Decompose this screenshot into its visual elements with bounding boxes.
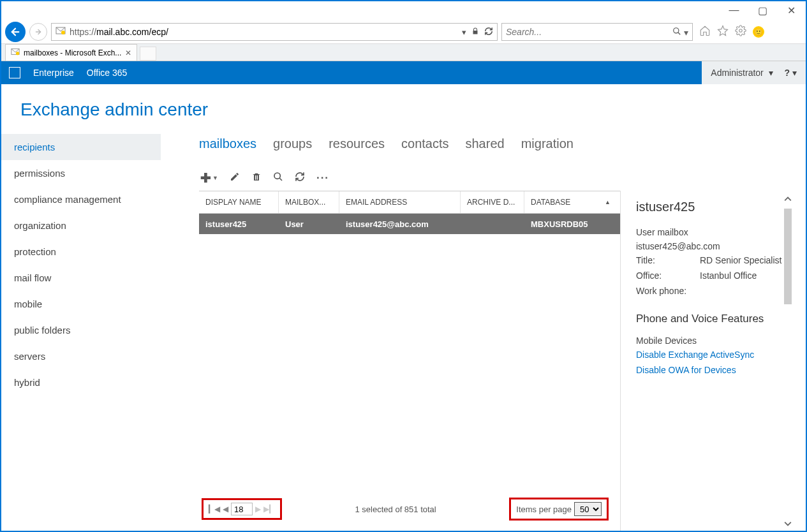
col-database[interactable]: DATABASE▲ xyxy=(524,191,617,213)
scroll-up-icon[interactable] xyxy=(784,195,792,205)
office-app-icon[interactable] xyxy=(9,67,20,78)
url-text: https://mail.abc.com/ecp/ xyxy=(70,27,458,37)
feedback-smile-icon[interactable]: 🙂 xyxy=(753,26,764,38)
help-menu[interactable]: ? ▾ xyxy=(785,68,797,78)
tab-title: mailboxes - Microsoft Exch... xyxy=(24,48,121,57)
search-icon[interactable]: ▾ xyxy=(672,27,688,38)
col-email[interactable]: EMAIL ADDRESS xyxy=(339,191,461,213)
table-header: DISPLAY NAME MAILBOX... EMAIL ADDRESS AR… xyxy=(199,191,620,214)
details-title-label: Title: xyxy=(636,255,700,265)
sidebar-item-public-folders[interactable]: public folders xyxy=(1,317,161,343)
sidebar-item-protection[interactable]: protection xyxy=(1,239,161,265)
col-display-name[interactable]: DISPLAY NAME xyxy=(199,191,279,213)
pager-first-icon[interactable]: ▎◀ xyxy=(209,505,220,514)
table-footer: ▎◀ ◀ ▶ ▶▎ 1 selected of 851 total Items … xyxy=(198,491,619,527)
browser-tab[interactable]: mailboxes - Microsoft Exch... ✕ xyxy=(5,44,137,61)
tab-shared[interactable]: shared xyxy=(466,137,505,151)
tab-migration[interactable]: migration xyxy=(521,137,574,151)
search-bar[interactable]: ▾ xyxy=(501,23,693,41)
sidebar-item-recipients[interactable]: recipients xyxy=(1,134,161,160)
sidebar-item-hybrid[interactable]: hybrid xyxy=(1,369,161,395)
details-section-phone: Phone and Voice Features xyxy=(636,313,784,325)
tab-close-icon[interactable]: ✕ xyxy=(125,48,131,57)
link-disable-owa-devices[interactable]: Disable OWA for Devices xyxy=(636,365,784,375)
cell-database: MBXUSRDB05 xyxy=(524,214,617,234)
address-bar[interactable]: https://mail.abc.com/ecp/ ▾ xyxy=(51,23,498,41)
browser-tabbar: mailboxes - Microsoft Exch... ✕ xyxy=(1,43,806,61)
scroll-down-icon[interactable] xyxy=(784,519,792,529)
svg-point-2 xyxy=(674,27,679,33)
delete-button[interactable] xyxy=(251,172,262,185)
window-titlebar: — ▢ ✕ xyxy=(1,1,806,20)
sidebar-item-servers[interactable]: servers xyxy=(1,343,161,369)
refresh-button[interactable] xyxy=(295,172,305,185)
sub-tab-bar: mailboxes groups resources contacts shar… xyxy=(199,134,793,164)
table-row[interactable]: istuser425 User istuser425@abc.com MBXUS… xyxy=(199,214,620,234)
cell-archive xyxy=(461,214,524,234)
url-dropdown-icon[interactable]: ▾ xyxy=(462,27,466,37)
svg-point-3 xyxy=(739,29,743,32)
sidebar-item-compliance[interactable]: compliance management xyxy=(1,186,161,212)
page-title: Exchange admin center xyxy=(1,84,806,134)
details-office-label: Office: xyxy=(636,270,700,281)
col-archive[interactable]: ARCHIVE D... xyxy=(461,191,524,213)
admin-user-menu[interactable]: Administrator ▾ xyxy=(711,68,773,78)
new-tab-button[interactable] xyxy=(140,47,156,61)
sidebar: recipients permissions compliance manage… xyxy=(1,134,161,532)
details-mobile-devices: Mobile Devices xyxy=(636,336,784,346)
tab-contacts[interactable]: contacts xyxy=(401,137,448,151)
svg-point-5 xyxy=(16,52,19,55)
pager-page-input[interactable] xyxy=(231,503,253,515)
details-title-value: RD Senior Specialist xyxy=(700,255,781,265)
add-button[interactable]: ✚▼ xyxy=(200,170,218,186)
details-pane: istuser425 User mailbox istuser425@abc.c… xyxy=(620,191,793,532)
refresh-icon[interactable] xyxy=(484,27,493,38)
sidebar-item-mail-flow[interactable]: mail flow xyxy=(1,265,161,291)
link-disable-activesync[interactable]: Disable Exchange ActiveSync xyxy=(636,350,784,360)
cell-mailbox-type: User xyxy=(279,214,339,234)
more-button[interactable]: ··· xyxy=(316,172,329,184)
cell-display-name: istuser425 xyxy=(199,214,279,234)
toolbar: ✚▼ ··· xyxy=(199,164,793,191)
col-mailbox-type[interactable]: MAILBOX... xyxy=(279,191,339,213)
settings-gear-icon[interactable] xyxy=(735,25,746,40)
scrollbar-thumb[interactable] xyxy=(784,209,792,304)
items-per-page-label: Items per page xyxy=(516,505,572,514)
details-type: User mailbox xyxy=(636,227,784,237)
sidebar-item-permissions[interactable]: permissions xyxy=(1,160,161,186)
selection-status: 1 selected of 851 total xyxy=(282,505,509,514)
home-icon[interactable] xyxy=(699,25,711,40)
details-name: istuser425 xyxy=(636,200,784,214)
favorites-icon[interactable] xyxy=(717,25,729,40)
tab-resources[interactable]: resources xyxy=(329,137,385,151)
window-minimize-button[interactable]: — xyxy=(720,1,748,19)
items-per-page: Items per page 50 xyxy=(509,498,609,521)
forward-button[interactable] xyxy=(29,23,47,41)
search-input[interactable] xyxy=(506,27,672,37)
lock-icon xyxy=(471,27,479,37)
pager-next-icon[interactable]: ▶ xyxy=(255,505,261,514)
details-workphone-label: Work phone: xyxy=(636,286,700,296)
pager-prev-icon[interactable]: ◀ xyxy=(223,505,228,514)
sidebar-item-organization[interactable]: organization xyxy=(1,212,161,239)
main-panel: mailboxes groups resources contacts shar… xyxy=(161,134,806,532)
back-button[interactable] xyxy=(5,22,26,42)
pager-last-icon[interactable]: ▶▎ xyxy=(263,505,275,514)
details-office-value: Istanbul Office xyxy=(700,270,757,281)
search-button[interactable] xyxy=(273,172,283,185)
window-close-button[interactable]: ✕ xyxy=(777,1,806,19)
nav-office365[interactable]: Office 365 xyxy=(87,68,128,78)
window-maximize-button[interactable]: ▢ xyxy=(748,1,777,19)
browser-navbar: https://mail.abc.com/ecp/ ▾ ▾ 🙂 xyxy=(1,20,806,43)
pager: ▎◀ ◀ ▶ ▶▎ xyxy=(202,498,282,520)
tab-mailboxes[interactable]: mailboxes xyxy=(199,137,256,151)
sidebar-item-mobile[interactable]: mobile xyxy=(1,291,161,317)
svg-point-6 xyxy=(274,173,280,179)
tab-groups[interactable]: groups xyxy=(273,137,312,151)
svg-point-1 xyxy=(61,31,65,34)
details-email: istuser425@abc.com xyxy=(636,241,784,251)
site-icon xyxy=(56,26,66,38)
edit-button[interactable] xyxy=(230,172,240,185)
items-per-page-select[interactable]: 50 xyxy=(574,502,602,516)
nav-enterprise[interactable]: Enterprise xyxy=(33,68,74,78)
